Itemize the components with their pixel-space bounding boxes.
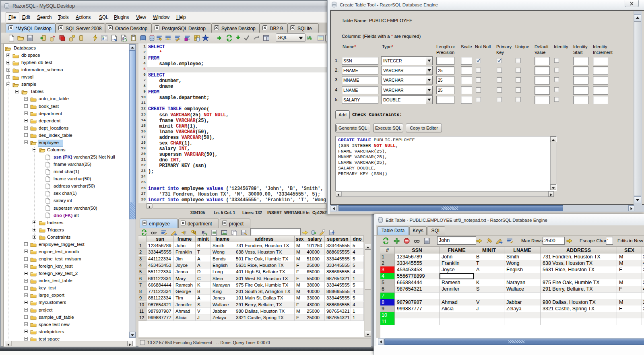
svg-text:S: S <box>122 36 124 41</box>
svg-text:S: S <box>202 230 204 235</box>
